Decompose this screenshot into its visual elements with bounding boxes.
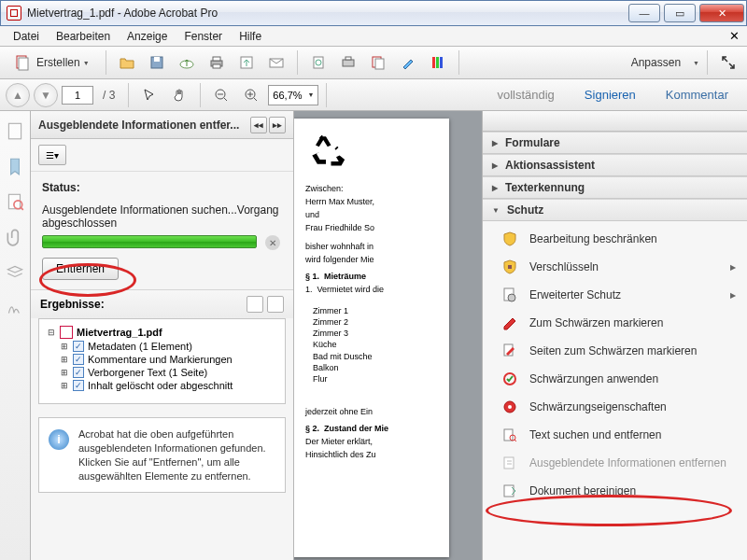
menu-datei[interactable]: Datei [6, 28, 47, 45]
combine-button[interactable] [365, 49, 391, 76]
tool-text-suchen-entfernen[interactable]: Text suchen und entfernen [483, 421, 747, 449]
tool-schwaerzungseigenschaften[interactable]: Schwärzungseigenschaften [483, 393, 747, 421]
hand-tool[interactable] [166, 82, 192, 108]
tool-erweiterter-schutz[interactable]: Erweiterter Schutz▶ [483, 281, 747, 309]
share-icon [238, 54, 255, 71]
save-button[interactable] [144, 49, 170, 76]
collapse-all-button[interactable] [267, 296, 284, 313]
results-heading: Ergebnisse: [40, 298, 105, 311]
pdf-file-icon [60, 326, 73, 339]
menu-anzeige[interactable]: Anzeige [120, 28, 175, 45]
svg-point-30 [508, 405, 512, 409]
printer-icon [208, 54, 225, 71]
thumbnails-icon[interactable] [5, 120, 25, 141]
signatures-icon[interactable] [5, 298, 25, 318]
checkbox-icon[interactable]: ✓ [73, 354, 84, 365]
email-button[interactable] [263, 49, 289, 76]
cancel-button[interactable]: ✕ [265, 235, 280, 250]
expand-icon [720, 54, 737, 71]
svg-rect-33 [504, 457, 514, 469]
stack-icon [370, 54, 387, 71]
color-button[interactable] [425, 49, 451, 76]
tool-dokument-bereinigen[interactable]: Dokument bereinigen [483, 477, 747, 505]
zoom-out-button[interactable] [208, 82, 234, 108]
tab-vollstaendig[interactable]: vollständig [484, 84, 567, 105]
cursor-icon [141, 87, 158, 104]
status-heading: Status: [42, 181, 282, 194]
info-box: i Acrobat hat die oben aufgeführten ausg… [38, 417, 286, 493]
prev-page-button[interactable]: ▲ [6, 83, 30, 107]
expand-all-button[interactable] [247, 296, 263, 313]
main-toolbar: Erstellen▼ Anpassen▼ [0, 47, 747, 79]
acc-texterkennung[interactable]: ▶Texterkennung [483, 176, 747, 199]
page-input[interactable] [62, 86, 93, 105]
sanitize-icon [501, 483, 518, 499]
redact-props-icon [501, 399, 518, 415]
select-tool[interactable] [136, 82, 162, 108]
menu-hilfe[interactable]: Hilfe [232, 28, 269, 45]
close-button[interactable]: ✕ [699, 4, 744, 22]
menu-fenster[interactable]: Fenster [176, 28, 230, 45]
signature-button[interactable] [395, 49, 421, 76]
results-tree[interactable]: ⊟Mietvertrag_1.pdf ⊞✓Metadaten (1 Elemen… [38, 318, 286, 404]
anpassen-button[interactable]: Anpassen [623, 49, 689, 76]
checkbox-icon[interactable]: ✓ [73, 380, 84, 391]
acc-schutz[interactable]: ▼Schutz [483, 199, 747, 221]
tool-schwaerzungen-anwenden[interactable]: Schwärzungen anwenden [483, 365, 747, 393]
acc-aktionsassistent[interactable]: ▶Aktionsassistent [483, 154, 747, 176]
create-icon [14, 54, 31, 71]
print-to-pdf-button[interactable] [335, 49, 361, 76]
tool-verschluesseln[interactable]: Verschlüsseln▶ [483, 253, 747, 281]
pdf-icon [7, 6, 21, 21]
tab-signieren[interactable]: Signieren [571, 84, 649, 105]
acc-formulare[interactable]: ▶Formulare [483, 132, 747, 154]
entfernen-button[interactable]: Entfernen [42, 258, 119, 280]
zoom-in-button[interactable] [238, 82, 264, 108]
nav-icon-strip [0, 111, 31, 560]
checkbox-icon[interactable]: ✓ [73, 367, 84, 378]
zoom-select[interactable]: 66,7%▼ [268, 85, 318, 105]
scan-icon [310, 54, 327, 71]
search-remove-icon [501, 427, 518, 443]
gear-doc-icon [501, 287, 518, 303]
share-button[interactable] [233, 49, 260, 76]
checkbox-icon[interactable]: ✓ [73, 341, 84, 352]
layers-icon[interactable] [5, 262, 25, 283]
panel-title: Ausgeblendete Informationen entfer... [38, 119, 239, 132]
svg-rect-6 [213, 57, 220, 61]
minimize-button[interactable]: — [628, 4, 660, 22]
cloud-button[interactable] [174, 49, 200, 76]
panel-view-toggle[interactable]: ☰▾ [38, 145, 66, 165]
pen-icon [400, 54, 416, 71]
nav-toolbar: ▲ ▼ / 3 66,7%▼ vollständig Signieren Kom… [0, 79, 747, 111]
svg-rect-16 [432, 57, 435, 68]
scan-button[interactable] [305, 49, 331, 76]
next-page-button[interactable]: ▼ [34, 83, 58, 107]
erstellen-button[interactable]: Erstellen▼ [6, 49, 98, 76]
progress-bar [42, 235, 257, 248]
fullscreen-button[interactable] [715, 49, 741, 76]
tool-seiten-zum-schwaerzen[interactable]: Seiten zum Schwärzen markieren [483, 337, 747, 365]
open-button[interactable] [114, 49, 140, 76]
redact-pages-icon [501, 343, 518, 359]
menu-bearbeiten[interactable]: Bearbeiten [49, 28, 118, 45]
page-total: / 3 [103, 89, 115, 102]
bookmarks-icon[interactable] [5, 156, 25, 176]
document-area[interactable]: Zwischen: Herrn Max Muster, und Frau Fri… [294, 111, 482, 560]
info-text: Acrobat hat die oben aufgeführten ausgeb… [78, 427, 275, 483]
hidden-remove-icon [501, 455, 518, 471]
attachments-icon[interactable] [5, 227, 25, 247]
doc-close-button[interactable]: ✕ [722, 27, 747, 45]
panel-prev-button[interactable]: ◂◂ [250, 117, 267, 133]
print-button[interactable] [204, 49, 230, 76]
tool-zum-schwaerzen-markieren[interactable]: Zum Schwärzen markieren [483, 309, 747, 337]
tool-bearbeitung-beschraenken[interactable]: Bearbeitung beschränken [483, 225, 747, 253]
tool-ausgeblendete-entfernen: Ausgeblendete Informationen entfernen [483, 449, 747, 477]
tab-kommentar[interactable]: Kommentar [653, 84, 741, 105]
cloud-icon [178, 54, 195, 71]
panel-next-button[interactable]: ▸▸ [269, 117, 286, 133]
svg-point-26 [508, 294, 515, 301]
search-hidden-icon[interactable] [5, 191, 25, 212]
shield-icon [501, 231, 518, 247]
maximize-button[interactable]: ▭ [664, 4, 696, 22]
